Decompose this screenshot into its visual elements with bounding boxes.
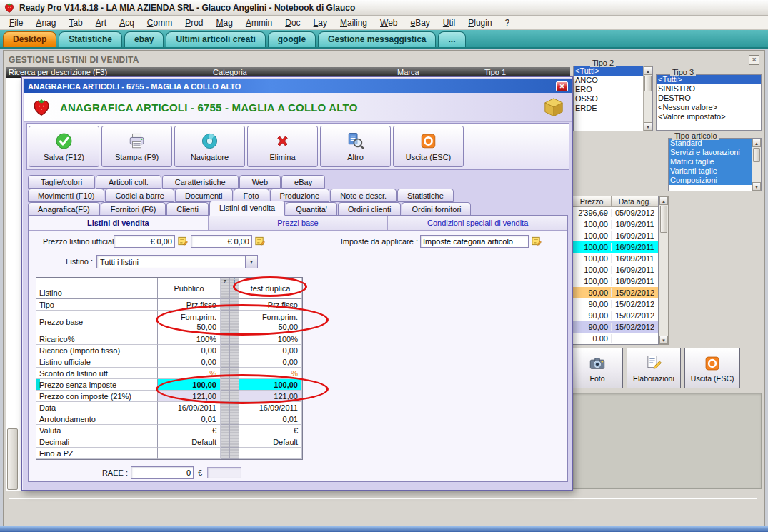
- desktop-tab-statistiche[interactable]: Statistiche: [59, 31, 122, 47]
- tab-statistiche[interactable]: Statistiche: [397, 189, 454, 202]
- toolbar-altro[interactable]: Altro: [320, 126, 391, 167]
- tab-codici-a-barre[interactable]: Codici a barre: [105, 189, 174, 202]
- list-item[interactable]: <Nessun valore>: [657, 103, 761, 112]
- desktop-tab-gestione-messaggistica[interactable]: Gestione messaggistica: [318, 31, 436, 47]
- grid-col-pubblico[interactable]: Pubblico: [158, 278, 221, 299]
- price-row[interactable]: 0.00: [572, 333, 658, 344]
- scroll-thumb[interactable]: [660, 206, 667, 233]
- menu-item-doc[interactable]: Doc: [279, 16, 306, 29]
- scroll-thumb[interactable]: [644, 76, 652, 91]
- menu-item-help[interactable]: ?: [499, 16, 517, 29]
- listini-column-header[interactable]: Marca: [397, 68, 419, 76]
- imposte-input[interactable]: [420, 235, 529, 248]
- scroll-up-icon[interactable]: ▲: [752, 139, 761, 147]
- tab-listini-di-vendita[interactable]: Listini di vendita: [209, 201, 285, 216]
- tipo-articolo-scrollbar[interactable]: ▲ ▼: [752, 139, 761, 191]
- menu-item-file[interactable]: File: [3, 16, 29, 29]
- toolbar-salva-f12[interactable]: Salva (F12): [29, 126, 99, 167]
- menu-item-lay[interactable]: Lay: [307, 16, 334, 29]
- listini-close-icon[interactable]: ✕: [749, 55, 759, 65]
- scroll-down-icon[interactable]: ▼: [644, 122, 652, 131]
- price-row[interactable]: 100,0016/09/2011: [572, 241, 658, 253]
- price-row[interactable]: 2'396,6905/09/2012: [572, 207, 658, 219]
- menu-item-acq[interactable]: Acq: [113, 16, 141, 29]
- menu-item-util[interactable]: Util: [437, 16, 462, 29]
- tab-web[interactable]: Web: [239, 175, 281, 189]
- tab-quantita[interactable]: Quantita': [286, 202, 337, 216]
- left-scrollbar-thumb[interactable]: [7, 428, 18, 490]
- value-cell[interactable]: Default: [239, 436, 302, 448]
- list-item[interactable]: <Valore impostato>: [657, 112, 761, 121]
- tab-anagrafica-f5[interactable]: Anagrafica(F5): [28, 202, 100, 216]
- price-row[interactable]: 100,0018/09/2011: [572, 276, 658, 287]
- tab-caratteristiche[interactable]: Caratteristiche: [162, 175, 239, 189]
- value-cell[interactable]: [158, 448, 221, 459]
- tab-movimenti-f10[interactable]: Movimenti (F10): [28, 189, 104, 202]
- menu-item-prod[interactable]: Prod: [179, 16, 209, 29]
- inner-tab-prezzi-base[interactable]: Prezzi base: [209, 216, 389, 230]
- desktop-tab-desktop[interactable]: Desktop: [3, 31, 56, 47]
- list-item[interactable]: OSSO: [574, 94, 643, 104]
- scroll-down-icon[interactable]: ▼: [752, 182, 761, 191]
- desktop-tab-ebay[interactable]: ebay: [124, 31, 164, 47]
- menu-item-ebay[interactable]: eBay: [404, 16, 436, 29]
- price-scrollbar[interactable]: ▲ ▼: [659, 196, 669, 345]
- list-item[interactable]: Matrici taglie: [669, 157, 752, 166]
- tipo3-list[interactable]: <Tutti>SINISTRODESTRO<Nessun valore><Val…: [656, 74, 762, 131]
- listino-combobox[interactable]: Tutti i listini ▼: [96, 255, 258, 268]
- value-cell[interactable]: 16/09/2011: [158, 402, 221, 413]
- value-cell[interactable]: 0,01: [239, 413, 302, 425]
- price-row[interactable]: 90,0015/02/2012: [572, 287, 658, 298]
- tab-ordini-clienti[interactable]: Ordini clienti: [338, 202, 402, 216]
- dialog-close-icon[interactable]: ✕: [556, 81, 568, 91]
- value-cell[interactable]: €: [239, 425, 302, 436]
- menu-item-comm[interactable]: Comm: [141, 16, 179, 29]
- price-row[interactable]: 100,0016/09/2011: [572, 264, 658, 276]
- menu-item-anag[interactable]: Anag: [29, 16, 62, 29]
- tipo2-scrollbar[interactable]: ▲ ▼: [643, 66, 652, 131]
- price-row[interactable]: 90,0015/02/2012: [572, 310, 658, 321]
- menu-item-mailing[interactable]: Mailing: [334, 16, 374, 29]
- price-row[interactable]: 100,0016/09/2011: [572, 230, 658, 241]
- value-cell[interactable]: 0,00: [239, 356, 302, 368]
- price-row[interactable]: 100,0016/09/2011: [572, 253, 658, 264]
- button-foto[interactable]: Foto: [572, 348, 623, 388]
- list-item[interactable]: SINISTRO: [657, 84, 761, 94]
- value-cell[interactable]: 0,00: [158, 345, 221, 356]
- value-cell[interactable]: €: [158, 425, 221, 436]
- button-elaborazioni[interactable]: Elaborazioni: [627, 348, 681, 388]
- list-item[interactable]: ANCO: [574, 76, 643, 85]
- list-item[interactable]: Servizi e lavorazioni: [669, 148, 752, 157]
- menu-item-plugin[interactable]: Plugin: [462, 16, 498, 29]
- tab-fornitori-f6[interactable]: Fornitori (F6): [101, 202, 166, 216]
- inner-tab-listini-di-vendita[interactable]: Listini di vendita: [29, 216, 209, 230]
- listini-column-header[interactable]: Ricerca per descrizione (F3): [9, 68, 107, 76]
- value-cell[interactable]: Default: [158, 436, 221, 448]
- scroll-thumb[interactable]: [753, 148, 760, 162]
- note-icon[interactable]: [254, 236, 265, 246]
- desktop-tab-ultimi-articoli-creati[interactable]: Ultimi articoli creati: [166, 31, 265, 47]
- scroll-up-icon[interactable]: ▲: [659, 196, 668, 205]
- desktop-tab-google[interactable]: google: [268, 31, 316, 47]
- list-item[interactable]: DESTRO: [657, 94, 761, 103]
- toolbar-navigatore[interactable]: Navigatore: [174, 126, 245, 167]
- list-item[interactable]: ERDE: [574, 104, 643, 113]
- note-icon[interactable]: [177, 236, 188, 246]
- price-col-header-data[interactable]: Data agg.: [612, 196, 658, 207]
- list-item[interactable]: <Tutti>: [574, 66, 643, 76]
- value-cell[interactable]: 100%: [158, 333, 221, 345]
- inner-tab-condizioni-speciali-di-vendita[interactable]: Condizioni speciali di vendita: [388, 216, 567, 230]
- scroll-down-icon[interactable]: ▼: [659, 336, 668, 344]
- tab-ordini-fornitori[interactable]: Ordini fornitori: [402, 202, 471, 216]
- price-row[interactable]: 90,0015/02/2012: [572, 321, 658, 333]
- prezzo-listino-input-2[interactable]: [191, 235, 252, 248]
- tab-note-e-descr[interactable]: Note e descr.: [330, 189, 397, 202]
- value-cell[interactable]: 0,01: [158, 413, 221, 425]
- menu-item-mag[interactable]: Mag: [210, 16, 239, 29]
- desktop-tab-item[interactable]: ...: [438, 31, 465, 47]
- price-row[interactable]: 100,0018/09/2011: [572, 219, 658, 230]
- list-item[interactable]: Composizioni: [669, 176, 752, 185]
- price-col-header-prezzo[interactable]: Prezzo: [572, 196, 612, 207]
- value-cell[interactable]: [239, 448, 302, 459]
- tab-clienti[interactable]: Clienti: [166, 202, 209, 216]
